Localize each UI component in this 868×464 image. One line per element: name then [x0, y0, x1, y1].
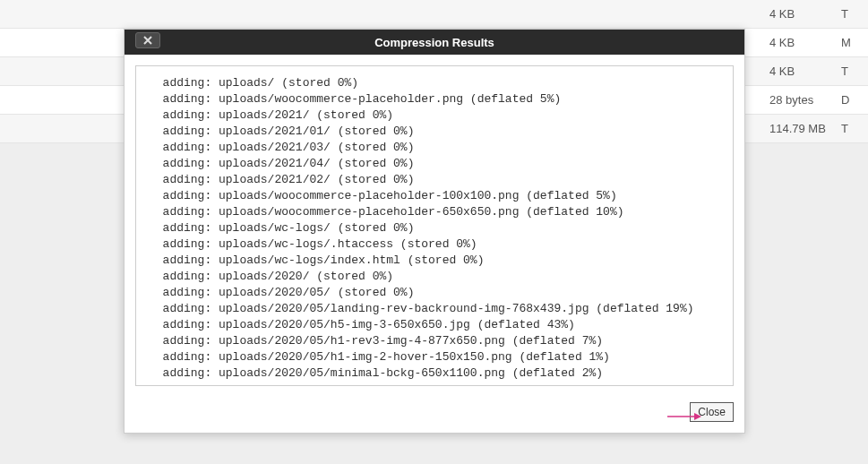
file-size: 114.79 MB	[769, 122, 841, 135]
file-size: 4 KB	[769, 36, 841, 49]
dialog-footer: Close	[125, 397, 744, 433]
compression-results-dialog: Compression Results adding: uploads/ (st…	[124, 29, 745, 434]
svg-marker-1	[694, 413, 701, 420]
file-size: 4 KB	[769, 64, 841, 78]
dialog-title: Compression Results	[374, 36, 494, 49]
annotation-arrow	[666, 410, 701, 425]
file-size: 28 bytes	[769, 93, 841, 107]
close-x-button[interactable]	[135, 32, 160, 48]
file-type: T	[841, 7, 859, 21]
file-size: 4 KB	[769, 7, 841, 21]
close-icon	[143, 34, 152, 47]
table-row[interactable]: 4 KB T	[0, 0, 868, 29]
file-type: T	[841, 64, 859, 78]
file-type: T	[841, 122, 859, 135]
file-type: D	[841, 93, 859, 107]
dialog-header: Compression Results	[125, 30, 744, 55]
compression-log[interactable]: adding: uploads/ (stored 0%) adding: upl…	[135, 65, 734, 386]
file-type: M	[841, 36, 859, 49]
dialog-body: adding: uploads/ (stored 0%) adding: upl…	[125, 55, 744, 397]
